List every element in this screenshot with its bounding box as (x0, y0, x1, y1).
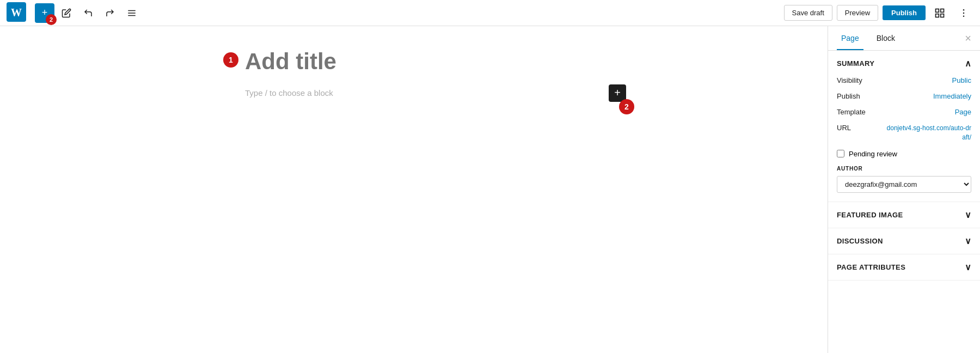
pencil-icon (62, 8, 71, 18)
publish-value[interactable]: Immediately (933, 92, 971, 100)
main-area: 1 Type / to choose a block + 2 Page Bloc… (0, 26, 980, 353)
redo-icon (105, 8, 115, 18)
publish-label: Publish (837, 92, 860, 100)
sidebar: Page Block × Summary ∧ Visibility Public… (828, 26, 980, 353)
toolbar: W + 2 (0, 0, 980, 26)
list-icon (127, 8, 137, 18)
publish-row: Publish Immediately (837, 92, 971, 100)
svg-rect-6 (941, 9, 944, 12)
undo-icon (83, 8, 93, 18)
featured-image-header[interactable]: Featured image ∨ (828, 202, 980, 228)
template-value[interactable]: Page (955, 108, 971, 116)
author-label: AUTHOR (837, 166, 971, 172)
block-placeholder-text: Type / to choose a block (245, 88, 333, 98)
preview-button[interactable]: Preview (837, 5, 878, 21)
settings-button[interactable] (930, 3, 950, 23)
svg-rect-5 (936, 9, 939, 12)
publish-button[interactable]: Publish (883, 5, 926, 20)
featured-image-panel: Featured image ∨ (828, 202, 980, 228)
settings-icon (934, 8, 945, 19)
url-row: URL donjetv4.sg-host.com/auto-draft/ (837, 124, 971, 142)
author-select[interactable]: deezgrafix@gmail.com (837, 176, 971, 193)
summary-panel: Summary ∧ Visibility Public Publish Imme… (828, 51, 980, 202)
template-label: Template (837, 108, 866, 116)
list-view-button[interactable] (122, 3, 142, 23)
add-block-wrapper: + 2 (35, 3, 54, 23)
url-label: URL (837, 124, 851, 132)
pending-review-label: Pending review (849, 150, 897, 158)
summary-chevron: ∧ (965, 58, 971, 69)
tab-block[interactable]: Block (872, 26, 899, 50)
discussion-label: Discussion (837, 237, 883, 245)
block-area: Type / to choose a block + 2 (245, 88, 583, 98)
close-sidebar-button[interactable]: × (960, 26, 971, 50)
wp-logo-icon: W (7, 2, 26, 22)
page-attributes-header[interactable]: Page Attributes ∨ (828, 254, 980, 280)
svg-text:W: W (11, 7, 22, 19)
sidebar-tabs: Page Block × (828, 26, 980, 51)
editor-content: 1 Type / to choose a block + 2 (223, 48, 604, 98)
block-plus-icon: + (614, 87, 621, 99)
redo-button[interactable] (100, 3, 120, 23)
tab-page[interactable]: Page (837, 26, 863, 50)
discussion-header[interactable]: Discussion ∨ (828, 228, 980, 254)
visibility-row: Visibility Public (837, 76, 971, 84)
summary-panel-header[interactable]: Summary ∧ (828, 51, 980, 76)
svg-point-9 (963, 9, 965, 10)
undo-button[interactable] (78, 3, 98, 23)
summary-panel-body: Visibility Public Publish Immediately Te… (828, 76, 980, 202)
svg-rect-8 (941, 14, 944, 17)
pending-review-row: Pending review (837, 150, 971, 158)
more-options-button[interactable] (954, 3, 973, 23)
pending-review-checkbox[interactable] (837, 150, 844, 157)
block-add-badge: 2 (619, 99, 634, 114)
svg-point-11 (963, 15, 965, 17)
page-attributes-label: Page Attributes (837, 263, 905, 271)
save-draft-button[interactable]: Save draft (784, 5, 832, 21)
template-row: Template Page (837, 108, 971, 116)
visibility-label: Visibility (837, 76, 862, 84)
toolbar-right: Save draft Preview Publish (784, 3, 973, 23)
title-area: 1 (245, 48, 583, 75)
discussion-chevron: ∨ (965, 236, 971, 246)
toolbar-left: W + 2 (7, 2, 782, 24)
featured-image-chevron: ∨ (965, 210, 971, 220)
visibility-value[interactable]: Public (952, 76, 971, 84)
title-input[interactable] (245, 48, 583, 75)
edit-button[interactable] (57, 3, 76, 23)
svg-point-10 (963, 12, 965, 14)
add-badge: 2 (46, 14, 57, 25)
wp-logo-wrapper: W (7, 2, 30, 24)
close-icon: × (965, 32, 971, 45)
page-attributes-chevron: ∨ (965, 262, 971, 272)
page-attributes-panel: Page Attributes ∨ (828, 254, 980, 281)
svg-rect-7 (936, 14, 939, 17)
more-icon (958, 8, 969, 19)
discussion-panel: Discussion ∨ (828, 228, 980, 254)
editor-area: 1 Type / to choose a block + 2 (0, 26, 828, 353)
step1-badge: 1 (223, 52, 238, 68)
url-value[interactable]: donjetv4.sg-host.com/auto-draft/ (884, 124, 971, 142)
summary-label: Summary (837, 59, 874, 68)
featured-image-label: Featured image (837, 211, 903, 219)
author-section: AUTHOR deezgrafix@gmail.com (837, 166, 971, 193)
